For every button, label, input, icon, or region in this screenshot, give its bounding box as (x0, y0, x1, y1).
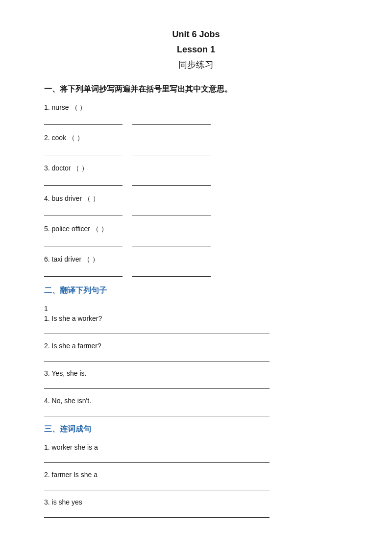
translate-item-4-text: 4. No, she isn't. (44, 397, 348, 405)
translate-item-2-text: 2. Is she a farmer? (44, 342, 348, 350)
vocab-item-3: 3. doctor （ ） (44, 164, 348, 173)
write-line-4b (132, 206, 211, 216)
sentence-line-1 (44, 453, 270, 463)
translate-line-2 (44, 352, 270, 361)
vocab-item-5: 5. police officer （ ） (44, 225, 348, 234)
sentence-line-3 (44, 508, 270, 518)
translate-item-3-text: 3. Yes, she is. (44, 369, 348, 377)
translate-line-1 (44, 324, 270, 334)
write-line-6b (132, 267, 211, 277)
translate-line-4 (44, 407, 270, 416)
write-line-3b (132, 176, 211, 186)
section1-header: 一、将下列单词抄写两遍并在括号里写出其中文意思。 (44, 84, 348, 95)
section3-header: 三、连词成句 (44, 424, 348, 434)
write-line-1a (44, 115, 122, 125)
sentence-item-2-text: 2. farmer Is she a (44, 471, 348, 479)
write-line-5b (132, 237, 211, 246)
vocab-item-2: 2. cook （ ） (44, 134, 348, 143)
sentence-line-2 (44, 481, 270, 490)
vocab-item-4: 4. bus driver （ ） (44, 194, 348, 203)
write-line-5a (44, 237, 122, 246)
sentence-item-3-text: 3. is she yes (44, 498, 348, 506)
vocab-item-1: 1. nurse （ ） (44, 103, 348, 112)
translate-line-3 (44, 379, 270, 389)
subtitle: 同步练习 (44, 59, 348, 71)
write-line-2a (44, 145, 122, 155)
write-line-3a (44, 176, 122, 186)
write-line-1b (132, 115, 211, 125)
sentence-item-1-text: 1. worker she is a (44, 443, 348, 451)
vocab-item-6: 6. taxi driver （ ） (44, 255, 348, 264)
write-line-6a (44, 267, 122, 277)
translate-item-1-text: 1. Is she a worker? (44, 314, 348, 322)
lesson-title: Lesson 1 (44, 45, 348, 55)
page-title: Unit 6 Jobs (44, 29, 348, 40)
translate-item-1: 1 (44, 305, 348, 313)
write-line-4a (44, 206, 122, 216)
write-line-2b (132, 145, 211, 155)
section2-header: 二、翻译下列句子 (44, 286, 348, 296)
